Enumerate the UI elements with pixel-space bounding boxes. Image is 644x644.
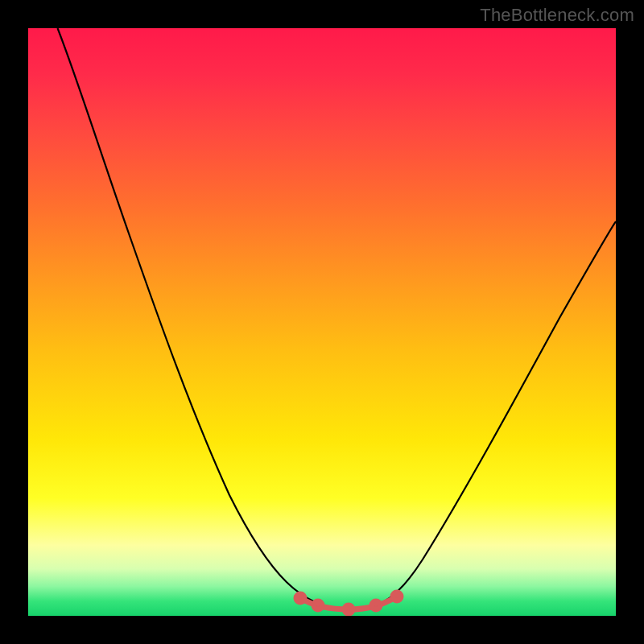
marker-dot [296, 594, 304, 602]
bottleneck-curve-svg [28, 28, 616, 616]
chart-frame: TheBottleneck.com [0, 0, 644, 644]
marker-dot [372, 601, 380, 609]
bottleneck-curve-path [58, 28, 617, 609]
watermark-text: TheBottleneck.com [480, 5, 634, 26]
plot-area [28, 28, 616, 616]
marker-dot [345, 605, 353, 613]
sweet-spot-marker-group [296, 592, 401, 613]
marker-dot [314, 601, 322, 609]
marker-dot [393, 592, 401, 601]
